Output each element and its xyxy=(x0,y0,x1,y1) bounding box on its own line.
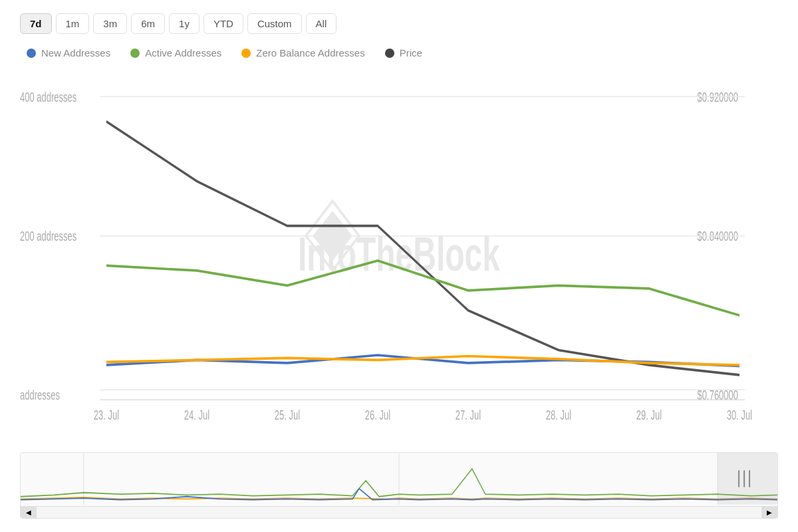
svg-text:400 addresses: 400 addresses xyxy=(20,90,76,104)
scroll-track xyxy=(37,507,761,519)
svg-text:30. Jul: 30. Jul xyxy=(727,408,752,423)
svg-text:$0.840000: $0.840000 xyxy=(698,229,738,243)
legend-zero-balance: Zero Balance Addresses xyxy=(241,47,364,59)
svg-text:24. Jul: 24. Jul xyxy=(184,408,209,423)
time-btn-all[interactable]: All xyxy=(306,13,337,34)
svg-text:$0.920000: $0.920000 xyxy=(698,90,738,104)
legend-dot-zero xyxy=(241,49,251,58)
main-chart-svg: 400 addresses 200 addresses addresses $0… xyxy=(20,72,778,450)
time-btn-1m[interactable]: 1m xyxy=(56,13,90,34)
svg-text:26. Jul: 26. Jul xyxy=(365,408,390,423)
time-btn-ytd[interactable]: YTD xyxy=(203,13,243,34)
svg-text:29. Jul: 29. Jul xyxy=(636,408,662,423)
scroll-right-btn[interactable]: ▶ xyxy=(761,507,777,519)
legend-dot-active xyxy=(130,49,140,58)
chart-wrapper: 400 addresses 200 addresses addresses $0… xyxy=(20,72,778,519)
scrollbar[interactable]: ◀ ▶ xyxy=(21,506,777,518)
time-btn-custom[interactable]: Custom xyxy=(247,13,302,34)
time-btn-3m[interactable]: 3m xyxy=(93,13,127,34)
svg-text:27. Jul: 27. Jul xyxy=(456,408,481,423)
legend-label-zero: Zero Balance Addresses xyxy=(256,47,364,59)
legend-label-new: New Addresses xyxy=(41,47,110,59)
svg-text:23. Jul: 23. Jul xyxy=(94,408,119,423)
legend-active-addresses: Active Addresses xyxy=(130,47,221,59)
time-range-selector: 7d 1m 3m 6m 1y YTD Custom All xyxy=(20,13,778,34)
legend-dot-new xyxy=(27,49,36,58)
scroll-left-btn[interactable]: ◀ xyxy=(21,507,37,519)
svg-text:addresses: addresses xyxy=(20,388,60,403)
main-chart: 400 addresses 200 addresses addresses $0… xyxy=(20,72,778,450)
time-btn-1y[interactable]: 1y xyxy=(169,13,200,34)
legend-label-price: Price xyxy=(400,47,422,59)
svg-text:200 addresses: 200 addresses xyxy=(20,229,76,243)
svg-rect-28 xyxy=(718,453,777,505)
time-btn-6m[interactable]: 6m xyxy=(131,13,165,34)
main-container: 7d 1m 3m 6m 1y YTD Custom All New Addres… xyxy=(0,0,798,532)
mini-chart: Jul '23 Jan '24 Jul '24 ◀ ▶ xyxy=(20,452,778,519)
time-btn-7d[interactable]: 7d xyxy=(20,13,52,34)
legend-label-active: Active Addresses xyxy=(145,47,221,59)
svg-text:25. Jul: 25. Jul xyxy=(275,408,300,423)
legend-dot-price xyxy=(385,49,394,58)
legend-price: Price xyxy=(385,47,422,59)
chart-legend: New Addresses Active Addresses Zero Bala… xyxy=(20,47,778,59)
svg-text:28. Jul: 28. Jul xyxy=(546,408,571,423)
legend-new-addresses: New Addresses xyxy=(27,47,110,59)
